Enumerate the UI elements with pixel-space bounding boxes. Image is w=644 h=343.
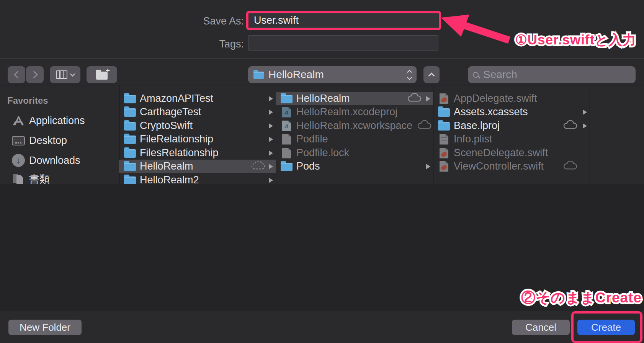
file-row[interactable]: CryptoSwift <box>119 119 276 132</box>
file-row-disabled: Podfile <box>276 132 433 146</box>
file-row[interactable]: FilesRelationship <box>119 146 276 160</box>
folder-icon <box>124 175 136 184</box>
chevron-left-icon <box>14 71 21 78</box>
folder-icon <box>124 94 136 103</box>
chevron-down-icon <box>70 72 75 77</box>
filename-input[interactable] <box>249 13 438 28</box>
folder-plus-icon: + <box>96 72 108 80</box>
location-dropdown-value: HelloRealm <box>268 69 324 81</box>
cancel-button[interactable]: Cancel <box>512 320 570 335</box>
cloud-dashed-icon <box>251 161 265 172</box>
annotation-step1: ①User.swiftと入力 <box>515 31 636 49</box>
chevron-right-icon <box>583 109 587 115</box>
column-divider <box>590 85 590 184</box>
file-row-disabled: AppDelegate.swift <box>433 92 590 105</box>
chevron-right-icon <box>269 178 273 183</box>
file-row-disabled: HelloRealm.xcodeproj <box>276 105 433 119</box>
file-row[interactable]: Pods <box>276 160 433 173</box>
sidebar-item-documents[interactable]: 書類 <box>0 172 119 184</box>
view-mode-button[interactable] <box>50 66 80 83</box>
file-row-disabled: SceneDelegate.swift <box>433 146 590 160</box>
desktop-monitor-icon <box>10 136 27 145</box>
folder-icon <box>124 162 136 171</box>
chevron-right-icon <box>426 164 430 169</box>
save-dialog-window: Save As: Tags: + HelloRealm Favorites Ap… <box>0 0 644 343</box>
favorites-sidebar: Favorites Applications Desktop ↓ Downloa… <box>0 85 119 184</box>
file-row[interactable]: AmazonAPITest <box>119 92 276 105</box>
documents-pages-icon <box>10 173 27 184</box>
file-row-selected[interactable]: HelloRealm <box>276 92 433 105</box>
browser-column-1: AmazonAPITest CarthageTest CryptoSwift F… <box>119 85 276 184</box>
folder-icon <box>124 134 136 144</box>
cloud-icon <box>563 161 577 172</box>
xcodeproj-file-icon <box>280 107 293 118</box>
file-row-disabled: Info.plist <box>433 132 590 146</box>
location-dropdown[interactable]: HelloRealm <box>248 66 417 83</box>
chevron-right-icon <box>426 96 430 101</box>
up-directory-button[interactable] <box>423 66 440 83</box>
file-row-disabled: ViewController.swift <box>433 160 590 173</box>
cloud-icon <box>407 93 422 105</box>
chevron-right-icon <box>269 123 273 129</box>
search-input[interactable] <box>482 68 631 81</box>
search-field[interactable] <box>468 66 636 83</box>
xcworkspace-file-icon <box>280 121 293 131</box>
new-folder-button[interactable]: New Folder <box>8 320 82 335</box>
folder-icon <box>124 107 136 117</box>
tags-input[interactable] <box>248 35 438 51</box>
blue-folder-icon <box>253 72 264 79</box>
file-row[interactable]: FileRelationship <box>119 132 276 146</box>
annotation-step2: ②そのままCreate <box>521 288 642 307</box>
file-row-selected[interactable]: HelloRealm <box>119 160 276 173</box>
browser-column-2: HelloRealm HelloRealm.xcodeproj HelloRea… <box>276 85 433 184</box>
app-store-a-icon <box>10 114 27 127</box>
chevron-right-icon <box>269 96 273 101</box>
chevron-right-icon <box>269 109 273 115</box>
sidebar-item-applications[interactable]: Applications <box>0 113 119 128</box>
up-down-chevrons-icon <box>408 70 411 79</box>
chevron-right-icon <box>269 164 273 169</box>
cloud-icon <box>417 120 432 132</box>
chevron-right-icon <box>583 123 587 129</box>
document-icon <box>280 148 293 158</box>
forward-button[interactable] <box>26 66 44 83</box>
swift-file-icon <box>438 161 450 172</box>
search-icon <box>473 72 479 78</box>
folder-icon <box>124 121 136 131</box>
swift-file-icon <box>438 148 450 158</box>
favorites-header: Favorites <box>7 95 48 106</box>
divider <box>0 184 644 184</box>
document-icon <box>280 134 293 145</box>
folder-icon <box>438 107 450 117</box>
columns-view-icon <box>56 70 67 79</box>
divider <box>0 311 644 311</box>
file-row[interactable]: HelloRealm2 <box>119 173 276 184</box>
chevron-right-icon <box>269 150 273 156</box>
browser-column-3: AppDelegate.swift Assets.xcassets Base.l… <box>433 85 590 184</box>
folder-icon <box>280 162 293 171</box>
chevron-up-icon <box>428 73 435 79</box>
folder-icon <box>280 94 293 103</box>
chevron-right-icon <box>269 137 273 142</box>
file-row[interactable]: Base.lproj <box>433 119 590 132</box>
file-row-disabled: HelloRealm.xcworkspace <box>276 119 433 132</box>
tags-label: Tags: <box>153 38 244 50</box>
file-row[interactable]: Assets.xcassets <box>433 105 590 119</box>
save-as-label: Save As: <box>153 15 244 27</box>
sidebar-item-desktop[interactable]: Desktop <box>0 133 119 148</box>
file-row-disabled: Podfile.lock <box>276 146 433 160</box>
sidebar-item-downloads[interactable]: ↓ Downloads <box>0 153 119 168</box>
create-button[interactable]: Create <box>577 320 635 335</box>
plist-file-icon <box>438 134 450 145</box>
file-row[interactable]: CarthageTest <box>119 105 276 119</box>
cloud-icon <box>563 120 577 132</box>
new-folder-toolbar-button[interactable]: + <box>87 66 117 83</box>
downloads-circle-arrow-icon: ↓ <box>10 154 27 167</box>
folder-icon <box>124 148 136 158</box>
folder-icon <box>438 121 450 131</box>
swift-file-icon <box>438 93 450 104</box>
chevron-right-icon <box>30 71 38 78</box>
back-button[interactable] <box>8 66 25 83</box>
divider <box>0 58 644 59</box>
